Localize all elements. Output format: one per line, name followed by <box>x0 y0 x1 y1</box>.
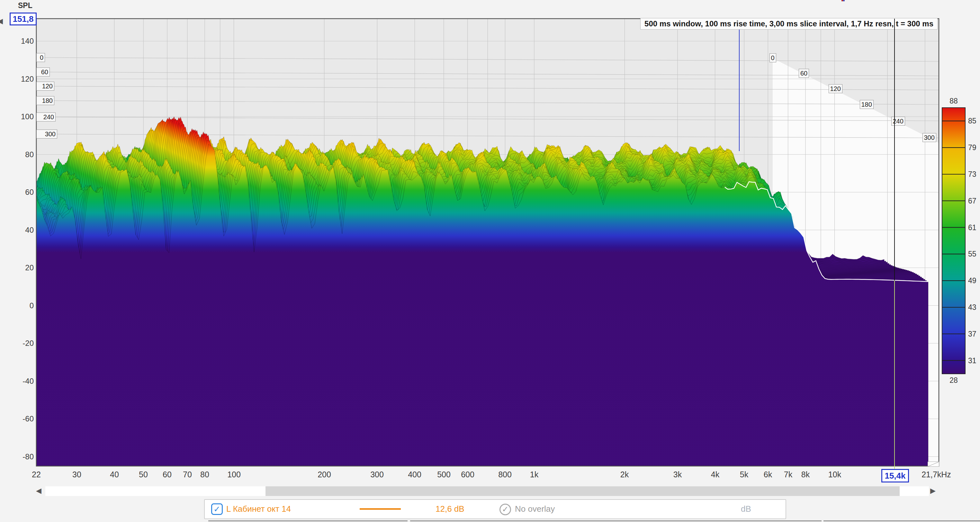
colorbar-tick-label: 73 <box>968 170 980 179</box>
x-axis-tick-label: 10k <box>817 470 853 479</box>
y-axis-tick-label: -60 <box>11 414 34 423</box>
no-data-corner <box>928 462 939 467</box>
x-axis-tick-label: 2k <box>607 470 642 479</box>
time-tick-box-right: 180 <box>860 100 873 109</box>
frequency-cursor-line-on-data[interactable] <box>894 281 895 470</box>
clipped-toolbar-speck <box>842 0 845 1</box>
colorbar-tick-label: 43 <box>968 303 980 312</box>
scrollbar-left-arrow-icon[interactable]: ◀ <box>36 486 41 495</box>
y-axis-tick-label: -20 <box>11 339 34 348</box>
scrollbar-thumb[interactable] <box>266 486 900 496</box>
bottom-divider <box>824 520 980 521</box>
scrollbar-right-arrow-icon[interactable]: ▶ <box>930 486 935 495</box>
time-tick-box-left: 120 <box>36 82 54 91</box>
unit-field: dB <box>741 504 751 514</box>
measurement-label[interactable]: L Кабинет окт 14 <box>226 504 291 514</box>
frequency-cursor-line[interactable] <box>894 19 895 281</box>
measurement-line-swatch <box>360 508 401 510</box>
colorbar-tick-label: 31 <box>968 356 980 365</box>
colorbar-tick-label: 37 <box>968 330 980 339</box>
x-axis-tick-label: 600 <box>450 470 485 479</box>
colorbar-tick-label: 61 <box>968 223 980 232</box>
time-tick-box-left: 0 <box>36 53 45 62</box>
time-tick-box-left: 240 <box>36 113 56 121</box>
colorbar-tick-label: 49 <box>968 277 980 285</box>
measurement-checkbox[interactable]: ✓ <box>211 503 223 515</box>
bottom-divider <box>410 520 821 521</box>
time-tick-box-right: 240 <box>891 117 905 126</box>
axis-end-frequency-label: 21,7kHz <box>915 470 957 479</box>
x-axis-tick-label: 200 <box>307 470 342 479</box>
y-axis-tick-label: 40 <box>11 226 34 235</box>
y-axis-tick-label: 100 <box>11 112 34 121</box>
colorbar-max-label: 88 <box>944 97 963 105</box>
time-tick-box-right: 0 <box>770 53 776 62</box>
colorbar-tick-label: 67 <box>968 197 980 205</box>
x-axis-tick-label: 3k <box>660 470 695 479</box>
overlay-label: No overlay <box>515 504 555 514</box>
y-axis-tick-label: 20 <box>11 263 34 272</box>
level-value: 12,6 dB <box>436 504 465 514</box>
y-axis-tick-label: 140 <box>11 37 34 46</box>
time-tick-box-left: 180 <box>36 96 54 105</box>
x-axis-tick-label: 1k <box>517 470 552 479</box>
legend-bar: ✓ L Кабинет окт 14 12,6 dB ✓ No overlay … <box>204 499 786 519</box>
spectrogram-window: SPL 151,8 ◀ 500 ms window, 100 ms rise t… <box>0 0 980 522</box>
x-axis-tick-label: 22 <box>19 470 54 479</box>
colorbar-tick-label: 85 <box>968 117 980 125</box>
y-axis-tick-label: -80 <box>11 452 34 461</box>
y-axis-tick-label: 0 <box>11 301 34 310</box>
x-axis-tick-label: 100 <box>216 470 252 479</box>
x-axis-tick-label: 30 <box>59 470 94 479</box>
time-tick-box-left: 300 <box>36 129 57 138</box>
bottom-divider <box>208 520 407 521</box>
y-axis-tick-label: -40 <box>11 377 34 386</box>
x-axis-tick-label: 300 <box>360 470 395 479</box>
labels-layer: 140120100806040200-20-40-60-802230405060… <box>0 0 980 522</box>
colorbar-tick-label: 79 <box>968 143 980 152</box>
frequency-cursor-readout: 15,4k <box>881 469 909 482</box>
time-tick-box-left: 60 <box>36 67 50 76</box>
colorbar-tick-label: 55 <box>968 250 980 258</box>
time-tick-box-right: 300 <box>923 133 936 142</box>
y-axis-tick-label: 120 <box>11 75 34 84</box>
time-tick-box-right: 120 <box>829 84 842 93</box>
overlay-checkbox[interactable]: ✓ <box>500 504 511 515</box>
time-tick-box-right: 60 <box>799 69 809 78</box>
y-axis-tick-label: 80 <box>11 150 34 159</box>
colorbar-min-label: 28 <box>944 376 963 385</box>
y-axis-tick-label: 60 <box>11 188 34 197</box>
